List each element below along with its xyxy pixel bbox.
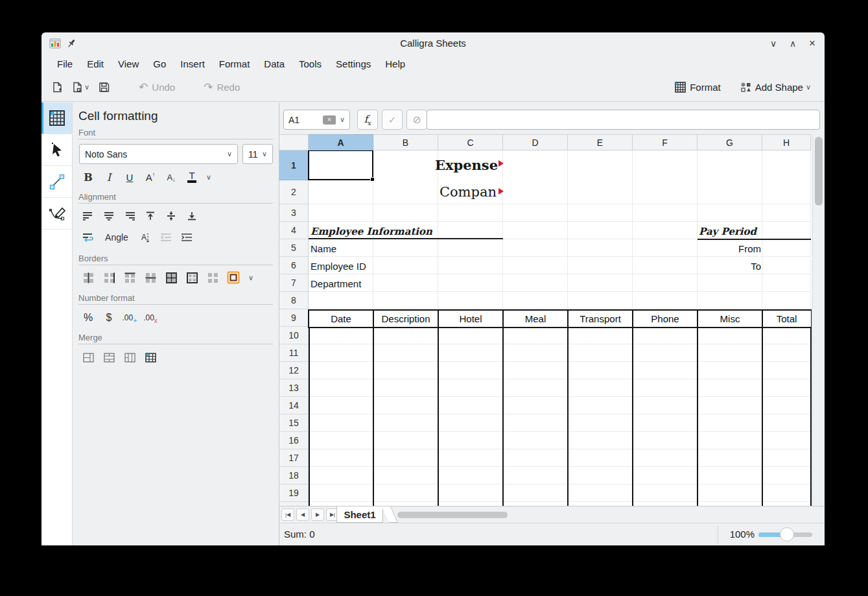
- row-header-7[interactable]: 7: [279, 274, 308, 292]
- row-header-6[interactable]: 6: [279, 257, 308, 274]
- border-none-button[interactable]: [202, 270, 223, 285]
- row-header-14[interactable]: 14: [279, 397, 308, 414]
- new-document-button[interactable]: [49, 79, 65, 95]
- formula-input[interactable]: [427, 110, 820, 130]
- font-size-select[interactable]: 11∨: [242, 144, 273, 164]
- row-header-3[interactable]: 3: [279, 204, 308, 222]
- line-tool[interactable]: [41, 166, 72, 198]
- merge-horizontal-button[interactable]: [99, 350, 119, 365]
- add-shape-button[interactable]: Add Shape ∨: [736, 78, 815, 96]
- menu-item-settings[interactable]: Settings: [329, 56, 378, 72]
- column-header-d[interactable]: D: [503, 134, 568, 150]
- grid-body[interactable]: 1234567891011121314151617181920 Expense …: [279, 150, 812, 506]
- row-header-10[interactable]: 10: [279, 327, 308, 344]
- border-top-button[interactable]: [119, 270, 140, 285]
- decrease-precision-button[interactable]: .00x: [140, 310, 161, 326]
- cells-canvas[interactable]: Expense Compan Employee Information Pay …: [309, 150, 812, 506]
- first-sheet-button[interactable]: |◀: [281, 508, 294, 521]
- vertical-scrollbar[interactable]: [812, 134, 825, 506]
- align-center-button[interactable]: [99, 208, 119, 224]
- clear-reference-icon[interactable]: ×: [323, 115, 336, 125]
- row-header-1[interactable]: 1: [279, 150, 308, 180]
- grow-font-button[interactable]: A↑: [140, 169, 161, 185]
- reference-chevron-icon[interactable]: ∨: [340, 115, 345, 124]
- font-family-select[interactable]: Noto Sans∨: [79, 144, 238, 164]
- menu-item-tools[interactable]: Tools: [292, 56, 329, 72]
- undo-button[interactable]: ↶ Undo: [134, 77, 180, 97]
- angle-button[interactable]: Angle: [99, 232, 135, 243]
- border-right-button[interactable]: [99, 270, 119, 285]
- shrink-font-button[interactable]: A↓: [161, 169, 182, 185]
- next-sheet-button[interactable]: ▶: [311, 508, 324, 521]
- align-right-button[interactable]: [119, 208, 140, 224]
- decrease-indent-button[interactable]: [156, 230, 176, 245]
- menu-item-data[interactable]: Data: [257, 56, 292, 72]
- align-top-button[interactable]: [140, 208, 161, 224]
- border-outline-button[interactable]: [182, 270, 202, 285]
- row-header-9[interactable]: 9: [279, 309, 308, 327]
- merge-cells-button[interactable]: [78, 350, 99, 365]
- select-all-corner[interactable]: [279, 134, 309, 150]
- menu-item-view[interactable]: View: [111, 56, 146, 72]
- redo-button[interactable]: ↷ Redo: [199, 77, 244, 97]
- menu-item-edit[interactable]: Edit: [80, 56, 111, 72]
- wrap-text-button[interactable]: [78, 230, 99, 245]
- underline-button[interactable]: U: [119, 169, 140, 185]
- row-header-8[interactable]: 8: [279, 292, 308, 309]
- close-button[interactable]: ×: [805, 36, 819, 51]
- menu-item-format[interactable]: Format: [212, 56, 257, 72]
- open-document-button[interactable]: ∨: [69, 79, 92, 95]
- row-header-15[interactable]: 15: [279, 414, 308, 432]
- increase-precision-button[interactable]: .00+: [119, 310, 140, 326]
- menu-item-help[interactable]: Help: [378, 56, 412, 72]
- row-header-19[interactable]: 19: [279, 484, 308, 502]
- border-horizontal-button[interactable]: [140, 270, 161, 285]
- column-header-g[interactable]: G: [698, 134, 762, 150]
- column-header-h[interactable]: H: [762, 134, 811, 150]
- cell-selection-a1[interactable]: [308, 150, 373, 180]
- row-header-16[interactable]: 16: [279, 432, 308, 449]
- column-header-c[interactable]: C: [438, 134, 503, 150]
- path-edit-tool[interactable]: [41, 198, 72, 230]
- vertical-text-button[interactable]: A: [135, 230, 156, 245]
- accept-entry-button[interactable]: ✓: [382, 110, 403, 130]
- row-header-11[interactable]: 11: [279, 344, 308, 362]
- align-bottom-button[interactable]: [182, 208, 202, 224]
- border-chevron-icon[interactable]: ∨: [244, 270, 258, 285]
- horizontal-scrollbar-thumb[interactable]: [397, 512, 508, 518]
- menu-item-file[interactable]: File: [50, 56, 80, 72]
- sheet-tab[interactable]: Sheet1: [336, 507, 383, 523]
- italic-button[interactable]: I: [99, 169, 119, 185]
- row-header-17[interactable]: 17: [279, 449, 308, 467]
- zoom-slider-thumb[interactable]: [780, 527, 794, 542]
- save-button[interactable]: [96, 79, 112, 95]
- column-header-a[interactable]: A: [309, 134, 373, 150]
- border-all-button[interactable]: [161, 270, 182, 285]
- text-color-chevron-icon[interactable]: ∨: [202, 169, 215, 185]
- menu-item-go[interactable]: Go: [146, 56, 173, 72]
- shape-select-tool[interactable]: [41, 134, 72, 166]
- column-header-e[interactable]: E: [568, 134, 633, 150]
- currency-format-button[interactable]: $: [99, 310, 119, 326]
- merge-vertical-button[interactable]: [119, 350, 140, 365]
- align-vcenter-button[interactable]: [161, 208, 182, 224]
- column-header-f[interactable]: F: [633, 134, 698, 150]
- cell-format-tool[interactable]: [41, 102, 72, 134]
- border-vertical-button[interactable]: [78, 270, 99, 285]
- minimize-button[interactable]: ∨: [766, 36, 780, 51]
- border-color-button[interactable]: [223, 270, 244, 285]
- increase-indent-button[interactable]: [176, 230, 197, 245]
- formula-wizard-button[interactable]: fx: [357, 110, 378, 130]
- selection-handle[interactable]: [370, 177, 375, 182]
- cancel-entry-button[interactable]: ⊘: [406, 110, 427, 130]
- row-header-12[interactable]: 12: [279, 362, 308, 379]
- percent-format-button[interactable]: %: [78, 310, 99, 326]
- open-dropdown-chevron-icon[interactable]: ∨: [84, 83, 89, 91]
- bold-button[interactable]: B: [78, 169, 99, 185]
- row-header-2[interactable]: 2: [279, 180, 308, 204]
- cell-reference-box[interactable]: A1 × ∨: [283, 110, 350, 130]
- vertical-scrollbar-thumb[interactable]: [815, 137, 823, 206]
- row-header-5[interactable]: 5: [279, 239, 308, 257]
- format-button[interactable]: Format: [670, 78, 725, 96]
- row-header-13[interactable]: 13: [279, 379, 308, 397]
